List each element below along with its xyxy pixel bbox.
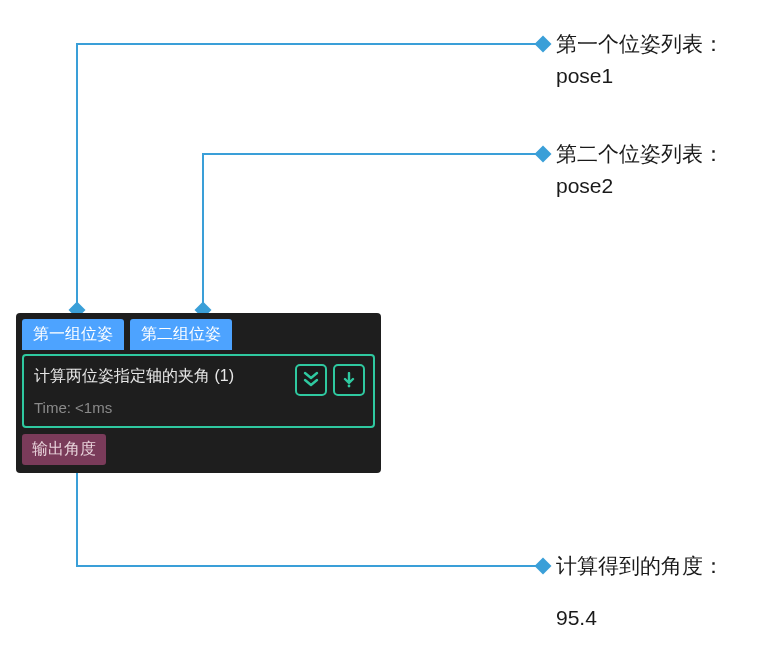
tab-input2[interactable]: 第二组位姿 — [130, 319, 232, 350]
compute-node: 第一组位姿 第二组位姿 计算两位姿指定轴的夹角 (1) Time: <1ms 输… — [16, 313, 381, 473]
svg-point-0 — [348, 385, 351, 388]
annotation-label: 第一个位姿列表： — [556, 28, 724, 60]
node-time: Time: <1ms — [34, 399, 363, 416]
node-body: 计算两位姿指定轴的夹角 (1) Time: <1ms — [22, 354, 375, 428]
tab-row: 第一组位姿 第二组位姿 — [16, 313, 381, 350]
connector-line — [76, 565, 538, 567]
annotation-label: 计算得到的角度： — [556, 550, 724, 582]
icon-group — [295, 364, 365, 396]
annotation-label: 第二个位姿列表： — [556, 138, 724, 170]
annotation-input2: 第二个位姿列表： pose2 — [556, 138, 724, 201]
output-port[interactable]: 输出角度 — [22, 434, 106, 465]
download-button[interactable] — [333, 364, 365, 396]
annotation-value: 95.4 — [556, 602, 724, 634]
connector-line — [203, 153, 538, 155]
tab-input1[interactable]: 第一组位姿 — [22, 319, 124, 350]
annotation-value: pose2 — [556, 170, 724, 202]
annotation-input1: 第一个位姿列表： pose1 — [556, 28, 724, 91]
arrow-down-icon — [342, 372, 356, 388]
connector-line — [76, 43, 78, 309]
annotation-value: pose1 — [556, 60, 724, 92]
connector-line — [202, 153, 204, 309]
connector-line — [77, 43, 538, 45]
double-chevron-down-icon — [303, 371, 319, 389]
expand-button[interactable] — [295, 364, 327, 396]
connector-diamond — [535, 558, 552, 575]
annotation-output: 计算得到的角度： 95.4 — [556, 550, 724, 633]
